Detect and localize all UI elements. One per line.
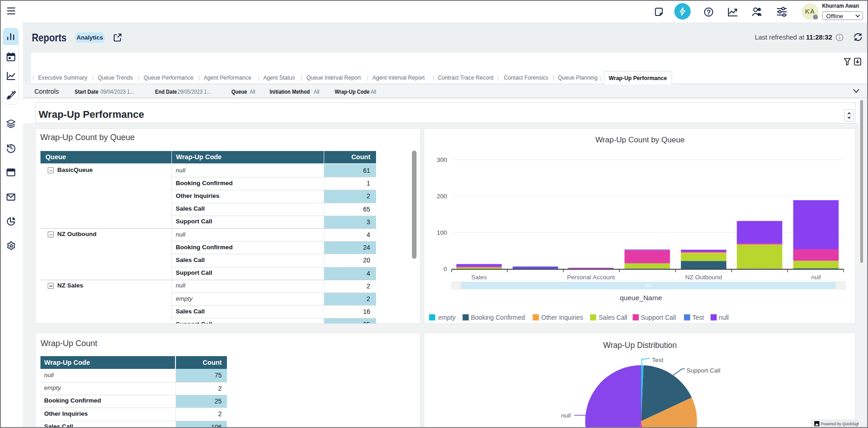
- svg-text:Booking Confirmed: Booking Confirmed: [471, 314, 525, 321]
- svg-text:null: null: [561, 412, 571, 419]
- svg-text:NZ Outbound: NZ Outbound: [685, 274, 722, 281]
- svg-text:queue_Name: queue_Name: [619, 294, 662, 302]
- svg-text:0: 0: [443, 266, 447, 272]
- svg-text:Support Call: Support Call: [641, 314, 676, 321]
- svg-text:null: null: [811, 274, 821, 281]
- svg-text:null: null: [718, 314, 728, 321]
- svg-text:Personal Account: Personal Account: [567, 274, 614, 281]
- svg-text:Other Inquiries: Other Inquiries: [541, 314, 583, 321]
- svg-text:200: 200: [437, 193, 447, 200]
- svg-text:empty: empty: [438, 314, 456, 321]
- svg-text:Sales Call: Sales Call: [598, 314, 627, 321]
- svg-text:Test: Test: [652, 357, 663, 363]
- svg-text:Sales: Sales: [471, 274, 487, 281]
- svg-text:Support Call: Support Call: [687, 367, 720, 374]
- svg-text:100: 100: [437, 229, 447, 236]
- svg-text:Test: Test: [692, 314, 704, 321]
- svg-text:300: 300: [437, 156, 447, 163]
